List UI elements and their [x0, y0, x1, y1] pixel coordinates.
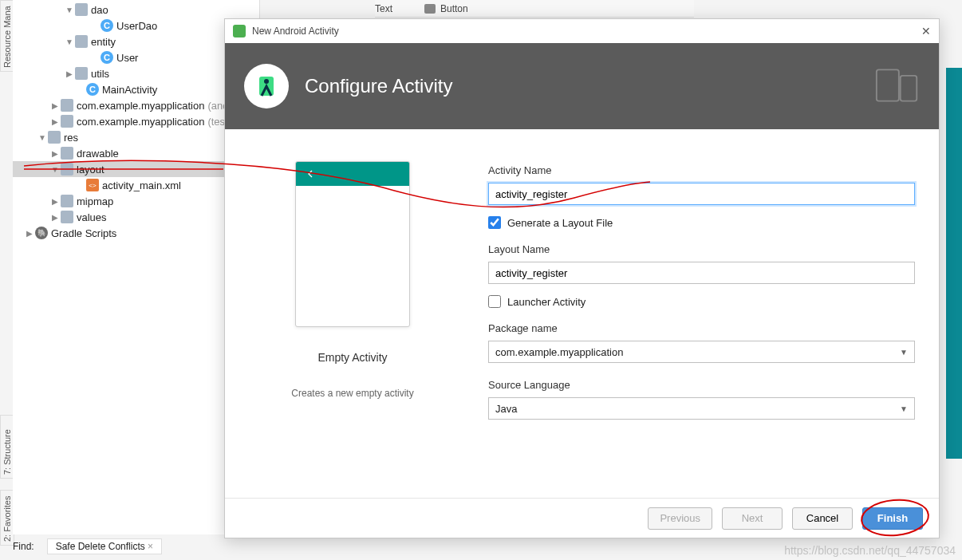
palette-text[interactable]: Text: [375, 3, 392, 14]
finish-button[interactable]: Finish: [862, 507, 923, 530]
tree-folder-layout[interactable]: ▼layout: [13, 161, 259, 177]
chevron-down-icon: ▼: [49, 165, 61, 174]
tree-folder-mipmap[interactable]: ▶mipmap: [13, 193, 259, 209]
folder-icon: [61, 163, 73, 175]
tree-folder-entity[interactable]: ▼entity: [13, 34, 259, 49]
new-activity-dialog: New Android Activity ✕ Configure Activit…: [224, 18, 940, 538]
package-icon: [75, 67, 88, 80]
tree-file-userdao[interactable]: CUserDao: [13, 18, 259, 34]
chevron-down-icon: ▼: [64, 6, 75, 14]
tree-pkg-androidtest[interactable]: ▶com.example.myapplication(and: [13, 97, 259, 113]
chevron-right-icon: ▶: [24, 229, 35, 238]
tree-folder-dao[interactable]: ▼dao: [13, 2, 259, 18]
chevron-down-icon: ▼: [37, 133, 48, 142]
tree-file-mainactivity[interactable]: CMainActivity: [13, 81, 259, 97]
android-icon: [233, 25, 246, 37]
package-icon: [75, 35, 88, 48]
tree-folder-drawable[interactable]: ▶drawable: [13, 145, 259, 161]
cancel-button[interactable]: Cancel: [792, 507, 853, 530]
dialog-header-title: Configure Activity: [305, 75, 452, 97]
launcher-activity-check[interactable]: [488, 295, 501, 308]
folder-icon: [61, 195, 73, 207]
find-label: Find:: [13, 541, 34, 552]
folder-icon: [61, 211, 73, 223]
svg-rect-3: [901, 75, 917, 101]
back-arrow-icon: [304, 168, 317, 180]
next-button[interactable]: Next: [722, 507, 783, 530]
package-icon: [61, 99, 73, 112]
tree-file-user[interactable]: CUser: [13, 49, 259, 65]
tree-gradle-scripts[interactable]: ▶🐘Gradle Scripts: [13, 225, 259, 241]
activity-name-input[interactable]: [488, 183, 915, 205]
chevron-right-icon: ▶: [49, 101, 61, 110]
folder-icon: [61, 147, 73, 160]
palette-button[interactable]: Button: [424, 3, 468, 14]
launcher-activity-checkbox[interactable]: Launcher Activity: [488, 295, 915, 308]
find-tool-window: Find: Safe Delete Conflicts ×: [13, 538, 162, 555]
dialog-footer: Previous Next Cancel Finish: [225, 498, 939, 538]
class-icon: C: [101, 51, 113, 64]
devices-icon: [875, 63, 920, 110]
class-icon: C: [101, 19, 113, 32]
chevron-down-icon: ▼: [64, 37, 75, 46]
folder-icon: [48, 131, 61, 144]
chevron-down-icon: ▼: [900, 348, 908, 357]
package-name-label: Package name: [488, 322, 915, 334]
svg-point-1: [264, 79, 269, 84]
package-icon: [61, 115, 73, 128]
activity-preview: [295, 161, 410, 327]
generate-layout-check[interactable]: [488, 216, 501, 229]
activity-name-label: Activity Name: [488, 164, 915, 176]
source-language-label: Source Language: [488, 379, 915, 391]
layout-name-label: Layout Name: [488, 243, 915, 255]
android-studio-icon: [244, 64, 289, 108]
class-icon: C: [86, 83, 99, 96]
chevron-right-icon: ▶: [49, 213, 61, 222]
chevron-down-icon: ▼: [900, 404, 908, 413]
close-icon[interactable]: ✕: [921, 25, 931, 37]
chevron-right-icon: ▶: [64, 69, 75, 78]
tree-pkg-test[interactable]: ▶com.example.myapplication(tes: [13, 113, 259, 129]
source-language-select[interactable]: Java▼: [488, 397, 915, 420]
tree-file-activity-main-xml[interactable]: <>activity_main.xml: [13, 177, 259, 193]
chevron-right-icon: ▶: [49, 117, 61, 126]
tree-folder-utils[interactable]: ▶utils: [13, 65, 259, 81]
layout-name-input[interactable]: [488, 262, 915, 284]
package-name-select[interactable]: com.example.myapplication▼: [488, 341, 915, 363]
dialog-title-text: New Android Activity: [252, 26, 339, 37]
tree-folder-values[interactable]: ▶values: [13, 209, 259, 225]
design-canvas-edge: [946, 68, 962, 459]
chevron-right-icon: ▶: [49, 197, 61, 206]
preview-title: Empty Activity: [317, 351, 387, 364]
project-tree[interactable]: ▼dao CUserDao ▼entity CUser ▶utils CMain…: [13, 0, 260, 534]
component-palette: Text Button: [375, 0, 694, 18]
svg-rect-2: [877, 69, 899, 101]
dialog-titlebar: New Android Activity ✕: [225, 19, 939, 43]
find-tab-safe-delete[interactable]: Safe Delete Conflicts ×: [47, 538, 162, 554]
close-icon[interactable]: ×: [148, 541, 153, 552]
package-icon: [75, 3, 88, 16]
button-icon: [424, 4, 436, 14]
preview-description: Creates a new empty activity: [291, 388, 413, 399]
chevron-right-icon: ▶: [49, 149, 61, 158]
tree-folder-res[interactable]: ▼res: [13, 129, 259, 145]
gradle-icon: 🐘: [35, 227, 48, 239]
watermark: https://blog.csdn.net/qq_44757034: [784, 544, 956, 557]
previous-button[interactable]: Previous: [648, 507, 712, 530]
dialog-header: Configure Activity: [225, 43, 939, 129]
xml-icon: <>: [86, 179, 99, 191]
generate-layout-checkbox[interactable]: Generate a Layout File: [488, 216, 915, 229]
